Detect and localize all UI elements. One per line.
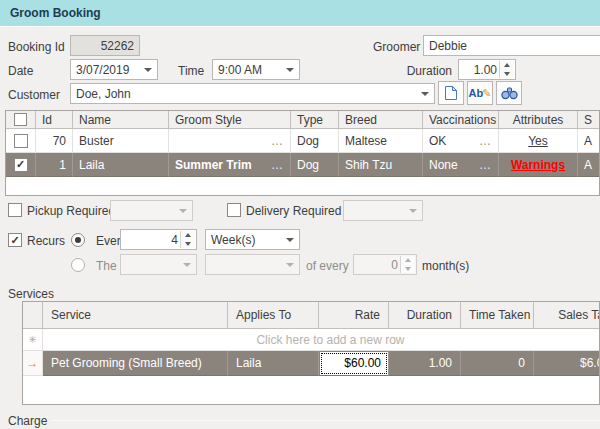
- svc-col-sales-tax[interactable]: Sales Tax: [534, 302, 600, 329]
- ellipsis-button[interactable]: …: [271, 134, 284, 148]
- pet-row-buster[interactable]: 70 Buster … Dog Maltese OK… Yes A: [6, 129, 600, 153]
- pets-col-type[interactable]: Type: [291, 111, 339, 129]
- attributes-link[interactable]: Yes: [528, 134, 548, 148]
- date-dropdown[interactable]: 3/07/2019: [70, 59, 158, 80]
- pet-row-laila-selected[interactable]: ✓ 1 Laila Summer Trim… Dog Shih Tzu None…: [6, 153, 600, 177]
- date-value: 3/07/2019: [76, 63, 140, 77]
- svc-service: Pet Grooming (Small Breed): [43, 351, 228, 376]
- time-dropdown[interactable]: 9:00 AM: [212, 59, 300, 80]
- pet-id: 70: [36, 129, 73, 153]
- the-label: The: [96, 259, 117, 273]
- recurs-checkbox[interactable]: ✓: [8, 233, 22, 247]
- rate-value: $60.00: [344, 356, 381, 370]
- of-every-label: of every: [306, 259, 349, 273]
- services-section-label: Services: [8, 287, 54, 301]
- svc-col-applies-to[interactable]: Applies To: [228, 302, 319, 329]
- pickup-time-dropdown[interactable]: [110, 200, 193, 221]
- charge-groupbox-line: [52, 420, 600, 421]
- pets-grid: Id Name Groom Style Type Breed Vaccinati…: [5, 110, 600, 196]
- svc-applies-to: Laila: [228, 351, 319, 376]
- service-row-selected[interactable]: → Pet Grooming (Small Breed) Laila $60.0…: [23, 351, 600, 376]
- pickup-checkbox[interactable]: [8, 203, 22, 217]
- the-radio-unselected[interactable]: [71, 258, 85, 272]
- ellipsis-button[interactable]: …: [479, 134, 492, 148]
- svc-col-duration[interactable]: Duration: [389, 302, 461, 329]
- services-grid-header-row: Service Applies To Rate Duration Time Ta…: [23, 302, 600, 329]
- services-new-row[interactable]: ✳ Click here to add a new row: [23, 329, 600, 351]
- groomer-value: Debbie: [429, 39, 600, 53]
- services-grid: Service Applies To Rate Duration Time Ta…: [22, 301, 600, 405]
- new-customer-button[interactable]: [438, 81, 464, 105]
- edit-customer-button[interactable]: Ab✎: [467, 81, 493, 105]
- pet-status: A: [578, 153, 600, 177]
- pet-type: Dog: [291, 153, 339, 177]
- pets-col-groom-style[interactable]: Groom Style: [169, 111, 291, 129]
- pet-groom-style[interactable]: Summer Trim…: [169, 153, 291, 177]
- pet-id: 1: [36, 153, 73, 177]
- recur-unit-dropdown[interactable]: Week(s): [205, 229, 300, 250]
- every-radio-selected[interactable]: [71, 233, 85, 247]
- dropdown-arrow-icon: [183, 263, 191, 267]
- months-spinner[interactable]: 0: [353, 254, 417, 275]
- booking-id-value: 52262: [76, 39, 134, 53]
- binoculars-icon: [501, 87, 518, 100]
- ellipsis-button[interactable]: …: [479, 158, 492, 172]
- time-label: Time: [178, 64, 204, 78]
- dropdown-arrow-icon: [409, 209, 417, 213]
- warnings-link[interactable]: Warnings: [511, 158, 565, 172]
- window-titlebar: Groom Booking: [0, 0, 600, 27]
- dropdown-arrow-icon: [286, 263, 294, 267]
- duration-value: 1.00: [464, 63, 497, 77]
- header-checkbox[interactable]: [14, 113, 27, 126]
- pets-grid-header-row: Id Name Groom Style Type Breed Vaccinati…: [6, 111, 600, 129]
- duration-label: Duration: [404, 64, 452, 78]
- current-row-arrow-icon: →: [27, 356, 39, 370]
- recur-unit-value: Week(s): [211, 233, 282, 247]
- groom-booking-window: Groom Booking Booking Id 52262 Groomer D…: [0, 0, 600, 429]
- the-weekday-dropdown[interactable]: [205, 254, 300, 275]
- the-ordinal-dropdown[interactable]: [120, 254, 197, 275]
- customer-dropdown[interactable]: Doe, John: [70, 83, 435, 104]
- ellipsis-button[interactable]: …: [271, 158, 284, 172]
- charge-section-label: Charge: [8, 414, 47, 428]
- svc-col-rate[interactable]: Rate: [319, 302, 389, 329]
- dropdown-arrow-icon: [144, 68, 152, 72]
- row-checkbox[interactable]: [14, 134, 28, 148]
- select-all-header-cell[interactable]: [6, 111, 36, 129]
- pets-col-vaccinations[interactable]: Vaccinations: [423, 111, 499, 129]
- spinner-arrows-icon[interactable]: [180, 231, 195, 248]
- dropdown-arrow-icon: [179, 209, 187, 213]
- edit-ab-icon: Ab✎: [469, 88, 492, 99]
- svc-col-service[interactable]: Service: [43, 302, 228, 329]
- pets-col-status[interactable]: S: [578, 111, 600, 129]
- svc-duration: 1.00: [389, 351, 461, 376]
- svc-time-taken: 0: [461, 351, 534, 376]
- row-checkbox-checked[interactable]: ✓: [14, 158, 28, 172]
- pets-col-breed[interactable]: Breed: [339, 111, 423, 129]
- pet-vaccinations[interactable]: None…: [423, 153, 499, 177]
- new-row-prompt[interactable]: Click here to add a new row: [43, 329, 600, 351]
- customer-value: Doe, John: [76, 87, 417, 101]
- pet-name: Laila: [73, 153, 169, 177]
- pets-col-name[interactable]: Name: [73, 111, 169, 129]
- find-customer-button[interactable]: [496, 81, 522, 105]
- svc-col-time-taken[interactable]: Time Taken: [461, 302, 534, 329]
- groomer-input[interactable]: Debbie: [423, 35, 600, 56]
- delivery-time-dropdown[interactable]: [343, 200, 423, 221]
- booking-id-label: Booking Id: [8, 40, 65, 54]
- pets-col-id[interactable]: Id: [36, 111, 73, 129]
- pet-breed: Shih Tzu: [339, 153, 423, 177]
- dropdown-arrow-icon: [286, 238, 294, 242]
- spinner-arrows-icon[interactable]: [499, 61, 514, 78]
- pet-vaccinations[interactable]: OK…: [423, 129, 499, 153]
- pet-groom-style[interactable]: …: [169, 129, 291, 153]
- rate-edit-cell[interactable]: $60.00: [321, 353, 387, 374]
- groomer-label: Groomer: [373, 40, 420, 54]
- window-title: Groom Booking: [10, 6, 101, 20]
- duration-spinner[interactable]: 1.00: [458, 59, 516, 80]
- time-value: 9:00 AM: [218, 63, 282, 77]
- every-count-spinner[interactable]: 4: [120, 229, 197, 250]
- pet-breed: Maltese: [339, 129, 423, 153]
- delivery-checkbox[interactable]: [227, 203, 241, 217]
- pets-col-attributes[interactable]: Attributes: [499, 111, 578, 129]
